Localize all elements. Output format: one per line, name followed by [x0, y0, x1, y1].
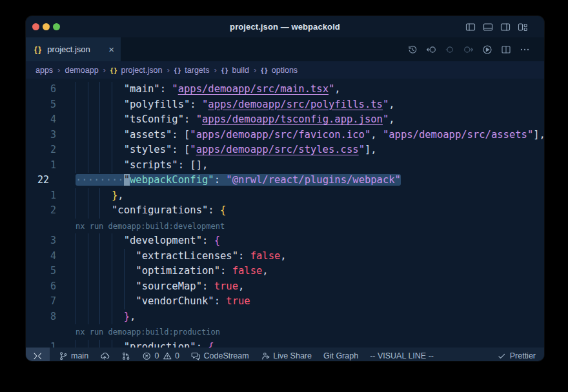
layout-sidebar-right-icon[interactable] — [500, 22, 511, 32]
minimize-button[interactable] — [43, 23, 50, 30]
status-bar: main00CodeStreamLive ShareGit Graph-- VI… — [26, 348, 544, 361]
breadcrumb-item-apps[interactable]: apps — [36, 66, 53, 75]
indent-guide — [88, 188, 88, 204]
remote-indicator[interactable] — [26, 348, 50, 361]
run-icon[interactable] — [482, 44, 492, 55]
tab-label: project.json — [47, 44, 90, 54]
indent-guide — [76, 82, 76, 97]
indent-guide — [76, 128, 76, 143]
breadcrumb-item-targets[interactable]: {}targets — [174, 66, 210, 75]
line-number: 3 — [26, 233, 56, 249]
indent-guide — [88, 128, 88, 143]
tab-project-json[interactable]: {} project.json × — [26, 37, 121, 61]
more-actions-icon[interactable] — [520, 44, 530, 55]
code-line[interactable]: 6 "main": "apps/demoapp/src/main.tsx", — [26, 82, 544, 97]
indent-guide — [112, 233, 112, 249]
git-compare[interactable] — [121, 351, 131, 361]
code-line[interactable]: 7 "vendorChunk": true — [26, 294, 544, 309]
code-line[interactable]: 3 "assets": ["apps/demoapp/src/favicon.i… — [26, 128, 544, 143]
status-bar-right: Prettier — [497, 351, 536, 361]
selection: ········"webpackConfig": "@nrwl/react/pl… — [76, 174, 401, 186]
indent-guide — [76, 97, 76, 113]
indent-guide — [88, 340, 88, 348]
layout-customize-icon[interactable] — [518, 22, 528, 32]
code-line[interactable]: 6 "sourceMap": true, — [26, 279, 544, 295]
breadcrumb-item-demoapp[interactable]: demoapp — [65, 66, 98, 75]
codelens-link[interactable]: nx run demoapp:build:development — [26, 219, 544, 234]
title-bar: project.json — webpackold — [26, 16, 544, 37]
remote-icon — [33, 351, 43, 361]
zoom-button[interactable] — [53, 23, 60, 30]
code-line[interactable]: 2 "styles": ["apps/demoapp/src/styles.cs… — [26, 142, 544, 158]
code-line[interactable]: 2 "configurations": { — [26, 203, 544, 219]
indent-guide — [88, 279, 88, 295]
indent-guide — [99, 264, 100, 279]
braces-icon: {} — [110, 66, 118, 74]
status-bar-left: main00CodeStreamLive ShareGit Graph-- VI… — [26, 348, 434, 361]
indent-guide — [76, 203, 76, 219]
breadcrumb-item-options[interactable]: {}options — [261, 66, 298, 75]
close-button[interactable] — [32, 23, 39, 30]
history-icon[interactable] — [407, 44, 418, 55]
line-number: 1 — [26, 188, 56, 204]
tab-close-icon[interactable]: × — [108, 44, 114, 54]
prettier-status[interactable]: Prettier — [497, 351, 536, 361]
editor[interactable]: 6 "main": "apps/demoapp/src/main.tsx",5 … — [26, 79, 544, 348]
breadcrumb-item-build[interactable]: {}build — [221, 66, 249, 75]
git-branch-icon — [59, 351, 68, 361]
line-number: 22 — [37, 173, 49, 188]
code-line[interactable]: 4 "tsConfig": "apps/demoapp/tsconfig.app… — [26, 112, 544, 128]
indent-guide — [76, 112, 76, 128]
indent-guide — [76, 188, 76, 204]
line-number: 4 — [26, 112, 56, 128]
indent-guide — [112, 128, 112, 143]
indent-guide — [76, 279, 76, 295]
indent-guide — [112, 294, 112, 309]
layout-panel-icon[interactable] — [483, 22, 493, 32]
vim-mode[interactable]: -- VISUAL LINE -- — [370, 351, 434, 360]
indent-guide — [124, 249, 125, 264]
line-number: 5 — [26, 264, 56, 279]
indent-guide — [88, 249, 88, 264]
indent-guide — [112, 309, 112, 325]
indent-guide — [76, 294, 76, 309]
nav-forward-icon[interactable] — [463, 44, 474, 55]
code-line[interactable]: 5 "optimization": false, — [26, 264, 544, 279]
indent-guide — [124, 279, 125, 295]
git-graph[interactable]: Git Graph — [323, 351, 358, 360]
indent-guide — [112, 279, 112, 295]
codestream[interactable]: CodeStream — [191, 351, 249, 361]
code-line[interactable]: 1 "production": { — [26, 340, 544, 348]
code-line[interactable]: 5 "polyfills": "apps/demoapp/src/polyfil… — [26, 97, 544, 113]
code-line[interactable]: 22········"webpackConfig": "@nrwl/react/… — [26, 173, 544, 188]
split-editor-icon[interactable] — [501, 44, 511, 55]
indent-guide — [112, 97, 112, 113]
indent-guide — [99, 142, 100, 158]
code-line[interactable]: 4 "extractLicenses": false, — [26, 249, 544, 264]
codelens-link[interactable]: nx run demoapp:build:production — [26, 324, 544, 340]
publish-changes[interactable] — [100, 351, 110, 361]
breadcrumb-item-project-json[interactable]: {}project.json — [110, 66, 163, 75]
layout-sidebar-left-icon[interactable] — [465, 22, 476, 32]
problems[interactable]: 00 — [142, 351, 179, 361]
indent-guide — [112, 340, 112, 348]
indent-guide — [88, 158, 88, 173]
nav-back-icon[interactable] — [426, 44, 436, 55]
indent-guide — [99, 249, 100, 264]
code-line[interactable]: 3 "development": { — [26, 233, 544, 249]
nav-circle-icon[interactable] — [445, 44, 455, 55]
indent-guide — [88, 142, 88, 158]
indent-guide — [99, 294, 100, 309]
live-share[interactable]: Live Share — [261, 351, 312, 361]
indent-guide — [88, 82, 88, 97]
indent-guide — [112, 112, 112, 128]
indent-guide — [99, 97, 100, 113]
code-line[interactable]: 1 "scripts": [], — [26, 158, 544, 173]
indent-guide — [88, 309, 88, 325]
indent-guide — [99, 203, 100, 219]
code-line[interactable]: 1 }, — [26, 188, 544, 204]
git-branch-status[interactable]: main — [59, 351, 89, 361]
code-line[interactable]: 8 }, — [26, 309, 544, 325]
vscode-window: project.json — webpackold {} project.jso… — [26, 16, 544, 361]
indent-guide — [99, 112, 100, 128]
